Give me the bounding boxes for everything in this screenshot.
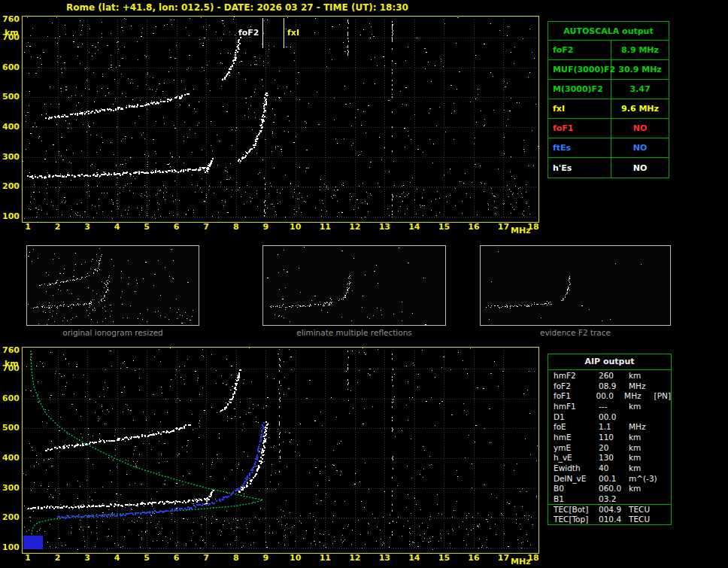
x-tick-label: 11 [317,554,332,563]
aip-row-name: ymE [554,443,599,452]
y-tick-label: 600 [2,394,20,403]
aip-row-name: Ewidth [554,463,599,472]
y-tick-label: 300 [2,153,20,162]
x-tick-label: 4 [110,223,125,232]
y-tick-label: 760 [2,346,20,355]
thumbnail-caption: eliminate multiple reflections [262,328,446,337]
y-tick-label: 400 [2,454,20,463]
autoscala-row-value: NO [611,158,669,178]
aip-row-value: 004.9 [599,505,629,514]
aip-row-value: 130 [599,453,629,462]
y-tick-label: 400 [2,123,20,132]
autoscala-row-label: foF1 [548,119,611,138]
autoscala-row-value: 9.6 MHz [611,99,669,118]
aip-row-unit: MHz [624,391,654,400]
autoscala-row-label: M(3000)F2 [548,80,611,99]
aip-output-title: AIP output [548,354,671,370]
blue-corner-marker [23,536,43,549]
aip-row-value: 08.9 [599,381,629,390]
aip-row-unit: km [629,484,660,493]
x-tick-label: 12 [347,554,362,563]
aip-row: DelN_vE00.1m^(-3) [548,473,671,484]
x-tick-label: 3 [80,223,95,232]
aip-row: hmF1---km [548,401,671,412]
aip-row: B103.2 [548,494,671,504]
x-tick-label: 5 [139,554,154,563]
x-tick-label: 18 [526,223,541,232]
y-tick-label: 300 [2,484,20,493]
x-tick-label: 6 [169,223,184,232]
thumbnail-original-canvas [27,246,199,325]
thumbnail-eliminate-reflections [262,245,446,326]
x-tick-label: 6 [169,554,184,563]
x-tick-label: 12 [347,223,362,232]
top-ionogram-plot [22,16,539,223]
fxi-marker-label: fxI [287,28,299,38]
aip-row-name: TEC[Top] [554,515,599,524]
aip-row: ymE20km [548,442,671,453]
y-tick-label: 200 [2,182,20,191]
aip-row-name: hmF1 [554,402,599,411]
aip-row-unit: km [629,443,660,452]
thumbnail-caption: original ionogram resized [26,328,199,337]
aip-row-name: D1 [554,412,599,421]
x-tick-label: 2 [50,223,65,232]
y-tick-label: 100 [2,212,20,221]
aip-row-value: 03.2 [599,494,629,503]
autoscala-row: h'EsNO [548,158,669,178]
autoscala-row: M(3000)F23.47 [548,80,669,99]
aip-row: h_vE130km [548,453,671,463]
aip-row: foF100.0MHz[PN] [548,390,671,401]
x-tick-label: 16 [466,223,481,232]
aip-row-unit: m^(-3) [629,474,660,483]
autoscala-row-value: 3.47 [611,80,669,99]
thumbnail-f2-canvas [481,246,670,325]
thumbnail-caption: evidence F2 trace [480,328,671,337]
aip-row-unit: km [629,433,660,442]
aip-row: hmE110km [548,432,671,442]
x-tick-label: 4 [110,554,125,563]
aip-row-value: 110 [599,433,629,442]
x-tick-label: 17 [496,554,511,563]
autoscala-row-label: ftEs [548,138,611,157]
aip-row-name: TEC[Bot] [554,505,599,514]
thumbnail-eliminate-canvas [263,246,445,325]
y-tick-label: 500 [2,424,20,433]
thumbnail-original-ionogram [26,245,199,326]
x-tick-label: 14 [407,223,422,232]
autoscala-row: ftEsNO [548,138,669,158]
autoscala-row-value: NO [611,119,669,138]
x-tick-label: 1 [20,223,35,232]
aip-row-value: 20 [599,443,629,452]
aip-row: Ewidth40km [548,463,671,473]
aip-row: B0060.0km [548,484,671,494]
y-tick-label: 100 [2,543,20,552]
autoscala-row-label: foF2 [548,41,611,59]
x-tick-label: 9 [258,223,273,232]
bottom-ionogram-canvas [23,348,538,550]
y-tick-label: 500 [2,93,20,102]
x-tick-label: 14 [407,554,422,563]
x-tick-label: 3 [80,554,95,563]
aip-row-value: 00.1 [599,474,629,483]
aip-row-unit: MHz [629,422,660,431]
autoscala-window: Rome (lat: +41.8, lon: 012.5) - DATE: 20… [0,0,728,568]
aip-row: foE1.1MHz [548,421,671,432]
autoscala-output-rows: foF28.9 MHzMUF(3000)F230.9 MHzM(3000)F23… [548,41,669,178]
aip-row-name: h_vE [554,453,599,462]
y-tick-label: 700 [2,364,20,373]
x-tick-label: 2 [50,554,65,563]
x-tick-label: 15 [436,223,451,232]
x-tick-label: 17 [496,223,511,232]
aip-row-name: foE [554,422,599,431]
aip-row-name: B1 [554,494,599,503]
aip-output-panel: AIP output hmF2260kmfoF208.9MHzfoF100.0M… [548,354,672,525]
x-tick-label: 10 [288,554,303,563]
aip-row-unit: km [629,463,660,472]
aip-row-name: B0 [554,484,599,493]
top-ionogram-canvas [23,17,538,219]
aip-row: TEC[Top]010.4TECU [548,515,671,525]
x-tick-label: 7 [199,223,214,232]
aip-row-name: foF2 [554,381,599,390]
aip-row-value: 00.0 [599,412,629,421]
